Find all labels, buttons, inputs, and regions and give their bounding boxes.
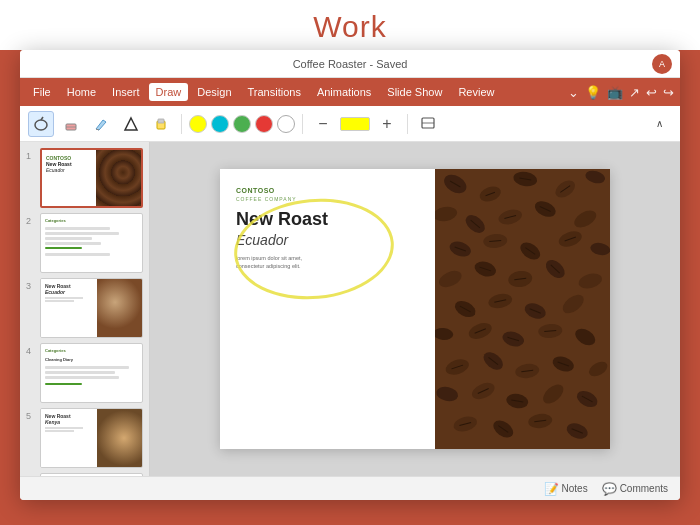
slide-canvas: CONTOSO COFFEE COMPANY New Roast Ecuador… [220, 169, 610, 449]
color-green[interactable] [233, 115, 251, 133]
toolbar-divider-2 [302, 114, 303, 134]
slide-panel: 1 CONTOSO New RoastEcuador 2 [20, 142, 150, 476]
slide-headline: New Roast [236, 210, 419, 230]
lasso-tool[interactable] [28, 111, 54, 137]
svg-point-0 [35, 120, 47, 130]
slide-num-4: 4 [26, 346, 36, 356]
slide-right-panel [435, 169, 611, 449]
present-icon[interactable]: 📺 [607, 85, 623, 100]
plus-tool[interactable]: + [374, 111, 400, 137]
menu-animations[interactable]: Animations [310, 83, 378, 101]
slide-left-panel: CONTOSO COFFEE COMPANY New Roast Ecuador… [220, 169, 435, 449]
toolbar-divider-3 [407, 114, 408, 134]
color-yellow[interactable] [189, 115, 207, 133]
bottom-bar: 📝 Notes 💬 Comments [20, 476, 680, 500]
slide-num-2: 2 [26, 216, 36, 226]
toolbar: − + ∧ [20, 106, 680, 142]
minus-tool[interactable]: − [310, 111, 336, 137]
title-bar: Coffee Roaster - Saved A [20, 50, 680, 78]
slide-main: CONTOSO COFFEE COMPANY New Roast Ecuador… [150, 142, 680, 476]
slide-body: lorem ipsum dolor sit amet,consectetur a… [236, 254, 419, 271]
notes-icon: 📝 [544, 482, 559, 496]
comments-icon: 💬 [602, 482, 617, 496]
menu-insert[interactable]: Insert [105, 83, 147, 101]
menu-design[interactable]: Design [190, 83, 238, 101]
menu-bar: File Home Insert Draw Design Transitions… [20, 78, 680, 106]
slide-num-3: 3 [26, 281, 36, 291]
svg-marker-5 [125, 118, 137, 130]
share-icon[interactable]: ↗ [629, 85, 640, 100]
company-sub: COFFEE COMPANY [236, 196, 419, 202]
slide-thumb-1[interactable]: 1 CONTOSO New RoastEcuador [26, 148, 143, 208]
eraser-tool[interactable] [58, 111, 84, 137]
document-title: Coffee Roaster - Saved [293, 58, 408, 70]
color-red[interactable] [255, 115, 273, 133]
slide-subhead: Ecuador [236, 232, 419, 248]
slide-image-2: Categories [40, 213, 143, 273]
slide-num-5: 5 [26, 411, 36, 421]
page-title: Work [0, 10, 700, 44]
lightbulb-icon[interactable]: 💡 [585, 85, 601, 100]
menu-file[interactable]: File [26, 83, 58, 101]
comments-label: Comments [620, 483, 668, 494]
redo-icon[interactable]: ↪ [663, 85, 674, 100]
slide-image-4: Categories Cleaning Diary [40, 343, 143, 403]
slide-thumb-3[interactable]: 3 New RoastEcuador [26, 278, 143, 338]
menu-action-icons: ⌄ 💡 📺 ↗ ↩ ↪ [568, 85, 674, 100]
color-cyan[interactable] [211, 115, 229, 133]
slide-image-6: Categories [40, 473, 143, 476]
company-name: CONTOSO [236, 187, 419, 194]
menu-slideshow[interactable]: Slide Show [380, 83, 449, 101]
slide-thumb-2[interactable]: 2 Categories [26, 213, 143, 273]
ink-tool[interactable] [118, 111, 144, 137]
notes-label: Notes [562, 483, 588, 494]
slide-layout-tool[interactable] [415, 111, 441, 137]
app-window: Coffee Roaster - Saved A File Home Inser… [20, 50, 680, 500]
menu-home[interactable]: Home [60, 83, 103, 101]
user-avatar[interactable]: A [652, 54, 672, 74]
highlighter-tool[interactable] [148, 111, 174, 137]
content-area: 1 CONTOSO New RoastEcuador 2 [20, 142, 680, 476]
coffee-beans-image [435, 169, 611, 449]
slide-thumb-4[interactable]: 4 Categories Cleaning Diary [26, 343, 143, 403]
menu-review[interactable]: Review [451, 83, 501, 101]
color-outline[interactable] [277, 115, 295, 133]
highlight-swatch[interactable] [340, 117, 370, 131]
toolbar-divider-1 [181, 114, 182, 134]
undo-icon[interactable]: ↩ [646, 85, 657, 100]
slide-thumb-5[interactable]: 5 New RoastKenya [26, 408, 143, 468]
slide-image-5: New RoastKenya [40, 408, 143, 468]
expand-icon[interactable]: ⌄ [568, 85, 579, 100]
svg-rect-7 [158, 119, 164, 123]
menu-draw[interactable]: Draw [149, 83, 189, 101]
menu-transitions[interactable]: Transitions [241, 83, 308, 101]
slide-image-3: New RoastEcuador [40, 278, 143, 338]
comments-button[interactable]: 💬 Comments [602, 482, 668, 496]
slide-thumb-6[interactable]: 6 Categories [26, 473, 143, 476]
slide-image-1: CONTOSO New RoastEcuador [40, 148, 143, 208]
notes-button[interactable]: 📝 Notes [544, 482, 588, 496]
pen-tool[interactable] [88, 111, 114, 137]
collapse-ribbon[interactable]: ∧ [646, 111, 672, 137]
slide-num-1: 1 [26, 151, 36, 161]
avatar-letter: A [659, 59, 665, 69]
